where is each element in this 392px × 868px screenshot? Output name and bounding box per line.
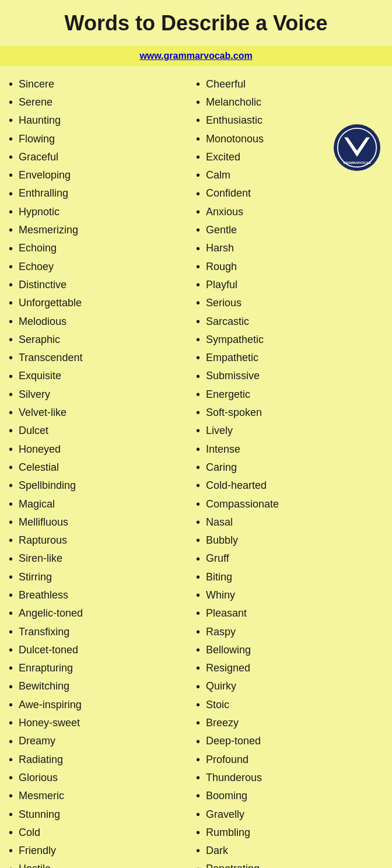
word-label: Cold — [19, 825, 40, 839]
bullet-icon: • — [9, 808, 13, 820]
bullet-icon: • — [196, 352, 200, 363]
list-item: •Awe-inspiring — [9, 695, 196, 713]
right-column: •Cheerful•Melancholic•Enthusiastic•Monot… — [196, 75, 383, 868]
word-label: Awe-inspiring — [19, 698, 82, 712]
list-item: •Penetrating — [196, 860, 383, 868]
bullet-icon: • — [9, 243, 13, 254]
bullet-icon: • — [196, 607, 200, 619]
list-item: •Echoey — [9, 257, 196, 275]
list-item: •Cold-hearted — [196, 477, 383, 495]
word-label: Raspy — [206, 625, 236, 639]
bullet-icon: • — [9, 662, 13, 674]
bullet-icon: • — [9, 480, 13, 491]
word-label: Gentle — [206, 223, 237, 237]
list-item: •Rumbling — [196, 823, 383, 841]
word-label: Dulcet-toned — [19, 643, 78, 657]
list-item: •Unforgettable — [9, 294, 196, 312]
word-label: Pleasant — [206, 606, 247, 620]
word-label: Velvet-like — [19, 405, 66, 419]
list-item: •Energetic — [196, 385, 383, 403]
list-item: •Haunting — [9, 111, 196, 130]
bullet-icon: • — [196, 863, 200, 868]
list-item: •Mesmeric — [9, 787, 196, 805]
list-item: •Sarcastic — [196, 312, 383, 330]
word-label: Glorious — [19, 771, 58, 785]
word-label: Sarcastic — [206, 314, 249, 328]
bullet-icon: • — [196, 480, 200, 491]
word-label: Gruff — [206, 551, 229, 565]
bullet-icon: • — [196, 334, 200, 345]
bullet-icon: • — [9, 790, 13, 802]
word-label: Breathless — [19, 588, 68, 602]
list-item: •Bubbly — [196, 531, 383, 550]
bullet-icon: • — [196, 261, 200, 272]
bullet-icon: • — [9, 316, 13, 327]
bullet-icon: • — [196, 297, 200, 309]
bullet-icon: • — [9, 407, 13, 418]
bullet-icon: • — [9, 589, 13, 601]
list-item: •Pleasant — [196, 604, 383, 622]
list-item: •Magical — [9, 495, 196, 513]
bullet-icon: • — [9, 261, 13, 272]
list-item: •Breezy — [196, 714, 383, 732]
word-label: Siren-like — [19, 551, 62, 565]
word-label: Caring — [206, 460, 237, 474]
bullet-icon: • — [9, 151, 13, 163]
list-item: •Seraphic — [9, 330, 196, 348]
word-label: Empathetic — [206, 351, 258, 365]
bullet-icon: • — [9, 736, 13, 747]
bullet-icon: • — [196, 133, 200, 145]
word-label: Confident — [206, 186, 251, 200]
word-label: Exquisite — [19, 369, 61, 383]
word-label: Transfixing — [19, 625, 69, 639]
word-label: Honeyed — [19, 442, 61, 456]
word-label: Penetrating — [206, 862, 260, 868]
list-item: •Quirky — [196, 677, 383, 695]
word-label: Serene — [19, 95, 52, 109]
list-item: •Stoic — [196, 695, 383, 713]
list-item: •Enrapturing — [9, 659, 196, 677]
left-column: •Sincere•Serene•Haunting•Flowing•Gracefu… — [9, 75, 196, 868]
bullet-icon: • — [196, 827, 200, 838]
list-item: •Mesmerizing — [9, 221, 196, 239]
list-item: •Enthralling — [9, 184, 196, 202]
list-item: •Distinctive — [9, 275, 196, 293]
word-label: Compassionate — [206, 497, 279, 511]
word-label: Cold-hearted — [206, 478, 267, 492]
bullet-icon: • — [9, 279, 13, 290]
word-label: Biting — [206, 570, 232, 584]
list-item: •Playful — [196, 275, 383, 293]
word-label: Deep-toned — [206, 734, 261, 748]
bullet-icon: • — [196, 370, 200, 382]
bullet-icon: • — [196, 151, 200, 163]
word-label: Enveloping — [19, 168, 71, 182]
word-label: Transcendent — [19, 351, 82, 365]
list-item: •Compassionate — [196, 495, 383, 513]
bullet-icon: • — [9, 188, 13, 200]
bullet-icon: • — [196, 114, 200, 126]
word-label: Energetic — [206, 387, 250, 401]
word-label: Hypnotic — [19, 205, 60, 219]
list-item: •Confident — [196, 184, 383, 202]
word-label: Melancholic — [206, 95, 261, 109]
bullet-icon: • — [9, 534, 13, 546]
word-label: Bewitching — [19, 679, 69, 693]
list-item: •Exquisite — [9, 367, 196, 385]
word-label: Mesmeric — [19, 789, 64, 803]
bullet-icon: • — [196, 626, 200, 638]
bullet-icon: • — [9, 96, 13, 108]
list-item: •Melodious — [9, 312, 196, 330]
list-item: •Transcendent — [9, 349, 196, 367]
bullet-icon: • — [9, 754, 13, 765]
list-item: •Velvet-like — [9, 404, 196, 422]
word-label: Melodious — [19, 314, 66, 328]
list-item: •Sympathetic — [196, 330, 383, 348]
bullet-icon: • — [9, 681, 13, 692]
list-item: •Profound — [196, 750, 383, 768]
list-item: •Silvery — [9, 385, 196, 403]
bullet-icon: • — [9, 717, 13, 729]
bullet-icon: • — [9, 607, 13, 619]
list-item: •Dulcet-toned — [9, 640, 196, 659]
list-item: •Whiny — [196, 586, 383, 604]
word-label: Whiny — [206, 588, 235, 602]
